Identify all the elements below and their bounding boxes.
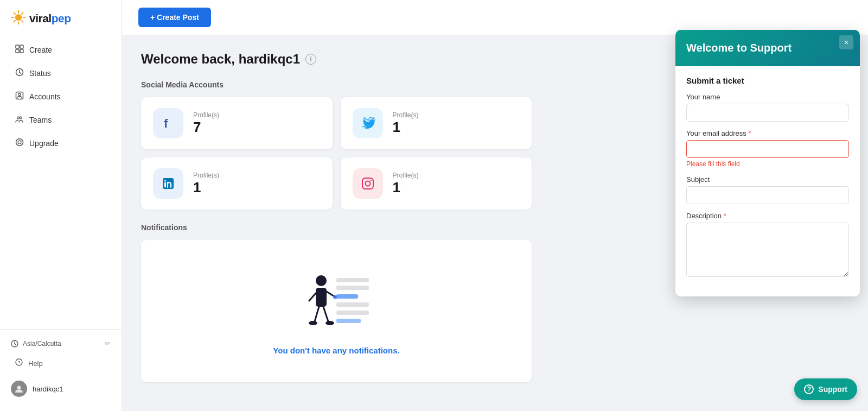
sidebar-item-help[interactable]: ? Help <box>4 352 117 374</box>
svg-text:f: f <box>164 117 168 130</box>
description-label-text: Description <box>686 212 722 220</box>
linkedin-info: Profile(s) 1 <box>193 172 219 196</box>
sidebar-item-create[interactable]: Create <box>4 39 117 61</box>
svg-line-41 <box>315 307 319 321</box>
svg-line-7 <box>22 13 23 14</box>
support-body: Submit a ticket Your name Your email add… <box>675 66 860 296</box>
support-fab-icon: ? <box>804 384 814 394</box>
svg-line-6 <box>22 21 23 22</box>
twitter-count: 1 <box>393 119 419 136</box>
sidebar-item-accounts[interactable]: Accounts <box>4 85 117 108</box>
email-field-group: Your email address * Please fill this fi… <box>686 129 849 168</box>
sidebar-item-accounts-label: Accounts <box>29 92 61 101</box>
status-icon <box>15 68 24 79</box>
sidebar: viralpep Create Status Accounts <box>0 0 122 411</box>
instagram-info: Profile(s) 1 <box>393 172 419 196</box>
name-field-group: Your name <box>686 93 849 122</box>
svg-rect-35 <box>336 311 369 315</box>
sidebar-item-status[interactable]: Status <box>4 62 117 85</box>
svg-point-37 <box>316 275 327 286</box>
twitter-info: Profile(s) 1 <box>393 111 419 136</box>
help-icon: ? <box>15 358 23 368</box>
username-label: hardikqc1 <box>33 385 63 393</box>
info-icon[interactable]: i <box>305 54 316 65</box>
svg-rect-38 <box>316 288 327 307</box>
sidebar-item-help-label: Help <box>28 359 43 368</box>
sidebar-nav: Create Status Accounts Teams <box>0 33 122 329</box>
description-label: Description * <box>686 212 849 220</box>
svg-rect-33 <box>336 294 358 299</box>
instagram-icon-wrap <box>353 168 383 199</box>
user-item[interactable]: hardikqc1 <box>0 375 122 403</box>
empty-notifications-illustration <box>298 267 374 338</box>
email-label: Your email address * <box>686 129 849 137</box>
svg-point-44 <box>326 321 334 325</box>
linkedin-icon <box>161 176 176 191</box>
sidebar-item-teams[interactable]: Teams <box>4 109 117 131</box>
svg-line-40 <box>309 293 316 301</box>
svg-rect-32 <box>336 286 369 290</box>
support-panel: Welcome to Support × Submit a ticket You… <box>675 30 860 296</box>
subject-field-group: Subject <box>686 175 849 204</box>
subject-input[interactable] <box>686 186 849 204</box>
facebook-icon-wrap: f <box>153 108 183 138</box>
email-label-text: Your email address <box>686 129 746 137</box>
timezone-label: Asia/Calcutta <box>23 340 61 347</box>
submit-ticket-title: Submit a ticket <box>686 76 849 85</box>
support-close-button[interactable]: × <box>839 35 853 49</box>
svg-rect-9 <box>16 45 19 48</box>
sidebar-item-status-label: Status <box>29 69 51 78</box>
instagram-card: Profile(s) 1 <box>341 157 532 210</box>
facebook-profile-label: Profile(s) <box>193 111 219 119</box>
twitter-icon <box>360 116 375 131</box>
edit-icon[interactable]: ✏ <box>105 339 111 347</box>
close-label: × <box>844 38 848 47</box>
facebook-count: 7 <box>193 119 219 136</box>
svg-rect-12 <box>20 49 23 53</box>
clock-icon <box>11 340 18 347</box>
instagram-count: 1 <box>393 179 419 196</box>
svg-point-19 <box>18 141 21 144</box>
sidebar-item-upgrade[interactable]: Upgrade <box>4 132 117 155</box>
facebook-icon: f <box>161 116 176 131</box>
support-header-title: Welcome to Support <box>686 42 849 54</box>
description-textarea[interactable] <box>686 223 849 277</box>
logo: viralpep <box>0 0 122 33</box>
create-post-button[interactable]: + Create Post <box>138 8 211 27</box>
logo-icon <box>11 10 26 25</box>
svg-rect-34 <box>336 302 369 307</box>
logo-text: viralpep <box>29 12 71 25</box>
linkedin-count: 1 <box>193 179 219 196</box>
facebook-info: Profile(s) 7 <box>193 111 219 136</box>
svg-rect-10 <box>20 45 23 48</box>
support-fab-button[interactable]: ? Support <box>794 378 857 400</box>
email-input[interactable] <box>686 140 849 158</box>
email-required-marker: * <box>748 129 751 137</box>
instagram-profile-label: Profile(s) <box>393 172 419 179</box>
instagram-icon <box>360 176 375 191</box>
svg-point-23 <box>17 386 21 390</box>
accounts-icon <box>15 91 24 102</box>
svg-rect-11 <box>16 49 19 53</box>
svg-point-16 <box>17 117 20 119</box>
svg-point-0 <box>15 14 22 21</box>
svg-point-27 <box>164 180 166 182</box>
teams-icon <box>15 115 24 125</box>
twitter-icon-wrap <box>353 108 383 138</box>
name-input[interactable] <box>686 104 849 122</box>
linkedin-card: Profile(s) 1 <box>141 157 333 210</box>
create-post-label: + Create Post <box>150 13 199 22</box>
notifications-box: You don't have any notifications. <box>141 240 532 382</box>
sidebar-item-create-label: Create <box>29 46 52 54</box>
sidebar-bottom: Asia/Calcutta ✏ ? Help hardikqc1 <box>0 329 122 411</box>
social-accounts-grid: f Profile(s) 7 Profile(s) 1 <box>141 97 532 210</box>
svg-point-18 <box>16 139 23 146</box>
subject-label: Subject <box>686 175 849 184</box>
email-error-text: Please fill this field <box>686 160 849 168</box>
upgrade-icon <box>15 138 24 149</box>
svg-line-5 <box>14 13 15 14</box>
no-notifications-text: You don't have any notifications. <box>273 346 399 355</box>
svg-line-42 <box>323 307 328 321</box>
svg-point-17 <box>20 117 22 119</box>
description-field-group: Description * <box>686 212 849 279</box>
